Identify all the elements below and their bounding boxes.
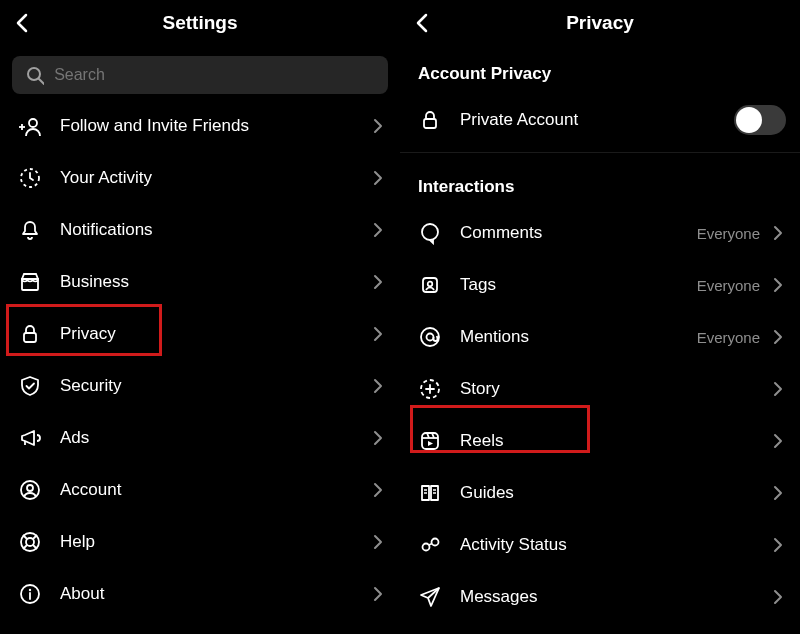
row-label: Notifications — [60, 220, 368, 240]
privacy-screen: Privacy Account Privacy Private Account … — [400, 0, 800, 634]
chevron-right-icon — [368, 377, 386, 395]
settings-item-help[interactable]: Help — [0, 516, 400, 568]
row-label: Your Activity — [60, 168, 368, 188]
settings-item-business[interactable]: Business — [0, 256, 400, 308]
divider — [400, 152, 800, 153]
settings-item-follow-invite[interactable]: Follow and Invite Friends — [0, 100, 400, 152]
comment-icon — [416, 219, 444, 247]
chevron-right-icon — [368, 325, 386, 343]
settings-title: Settings — [0, 12, 400, 34]
chevron-right-icon — [768, 536, 786, 554]
settings-item-ads[interactable]: Ads — [0, 412, 400, 464]
settings-item-notifications[interactable]: Notifications — [0, 204, 400, 256]
megaphone-icon — [16, 424, 44, 452]
chevron-right-icon — [768, 484, 786, 502]
privacy-item-guides[interactable]: Guides — [400, 467, 800, 519]
chevron-right-icon — [768, 380, 786, 398]
row-label: Ads — [60, 428, 368, 448]
settings-search[interactable] — [12, 56, 388, 94]
chevron-right-icon — [368, 533, 386, 551]
lock-icon — [16, 320, 44, 348]
row-label: Follow and Invite Friends — [60, 116, 368, 136]
chevron-right-icon — [368, 221, 386, 239]
settings-item-about[interactable]: About — [0, 568, 400, 620]
chevron-right-icon — [368, 481, 386, 499]
row-label: Activity Status — [460, 535, 768, 555]
chevron-right-icon — [768, 224, 786, 242]
row-value: Everyone — [697, 277, 760, 294]
row-label: Comments — [460, 223, 697, 243]
chevron-right-icon — [368, 169, 386, 187]
settings-item-security[interactable]: Security — [0, 360, 400, 412]
privacy-item-tags[interactable]: Tags Everyone — [400, 259, 800, 311]
chevron-right-icon — [368, 585, 386, 603]
lock-icon — [416, 106, 444, 134]
row-label: Tags — [460, 275, 697, 295]
mention-icon — [416, 323, 444, 351]
activity-status-icon — [416, 531, 444, 559]
guides-icon — [416, 479, 444, 507]
privacy-item-story[interactable]: Story — [400, 363, 800, 415]
chevron-right-icon — [368, 273, 386, 291]
storefront-icon — [16, 268, 44, 296]
row-value: Everyone — [697, 329, 760, 346]
section-interactions: Interactions — [400, 159, 800, 207]
story-add-icon — [416, 375, 444, 403]
chevron-right-icon — [768, 588, 786, 606]
row-label: Privacy — [60, 324, 368, 344]
chevron-right-icon — [768, 432, 786, 450]
chevron-right-icon — [368, 429, 386, 447]
row-value: Everyone — [697, 225, 760, 242]
row-label: Mentions — [460, 327, 697, 347]
search-input[interactable] — [54, 66, 376, 84]
info-icon — [16, 580, 44, 608]
privacy-item-mentions[interactable]: Mentions Everyone — [400, 311, 800, 363]
row-label: Story — [460, 379, 768, 399]
shield-check-icon — [16, 372, 44, 400]
messages-icon — [416, 583, 444, 611]
private-account-row: Private Account — [400, 94, 800, 146]
privacy-item-reels[interactable]: Reels — [400, 415, 800, 467]
chevron-right-icon — [368, 117, 386, 135]
chevron-right-icon — [768, 328, 786, 346]
privacy-header: Privacy — [400, 0, 800, 46]
row-label: Guides — [460, 483, 768, 503]
privacy-title: Privacy — [400, 12, 800, 34]
back-button-settings[interactable] — [10, 10, 36, 36]
tags-icon — [416, 271, 444, 299]
row-label: About — [60, 584, 368, 604]
row-label: Messages — [460, 587, 768, 607]
clock-icon — [16, 164, 44, 192]
settings-item-account[interactable]: Account — [0, 464, 400, 516]
chevron-left-icon — [411, 11, 435, 35]
row-label: Business — [60, 272, 368, 292]
row-label: Account — [60, 480, 368, 500]
settings-screen: Settings Follow and Invite Friends Your … — [0, 0, 400, 634]
settings-header: Settings — [0, 0, 400, 46]
life-ring-icon — [16, 528, 44, 556]
row-label: Private Account — [460, 110, 734, 130]
person-circle-icon — [16, 476, 44, 504]
add-user-icon — [16, 112, 44, 140]
back-button-privacy[interactable] — [410, 10, 436, 36]
private-account-toggle[interactable] — [734, 105, 786, 135]
chevron-left-icon — [11, 11, 35, 35]
row-label: Security — [60, 376, 368, 396]
bell-icon — [16, 216, 44, 244]
settings-item-your-activity[interactable]: Your Activity — [0, 152, 400, 204]
section-account-privacy: Account Privacy — [400, 46, 800, 94]
reels-icon — [416, 427, 444, 455]
chevron-right-icon — [768, 276, 786, 294]
privacy-item-comments[interactable]: Comments Everyone — [400, 207, 800, 259]
search-icon — [24, 64, 44, 86]
settings-item-privacy[interactable]: Privacy — [0, 308, 400, 360]
privacy-item-activity-status[interactable]: Activity Status — [400, 519, 800, 571]
privacy-item-messages[interactable]: Messages — [400, 571, 800, 623]
row-label: Reels — [460, 431, 768, 451]
row-label: Help — [60, 532, 368, 552]
